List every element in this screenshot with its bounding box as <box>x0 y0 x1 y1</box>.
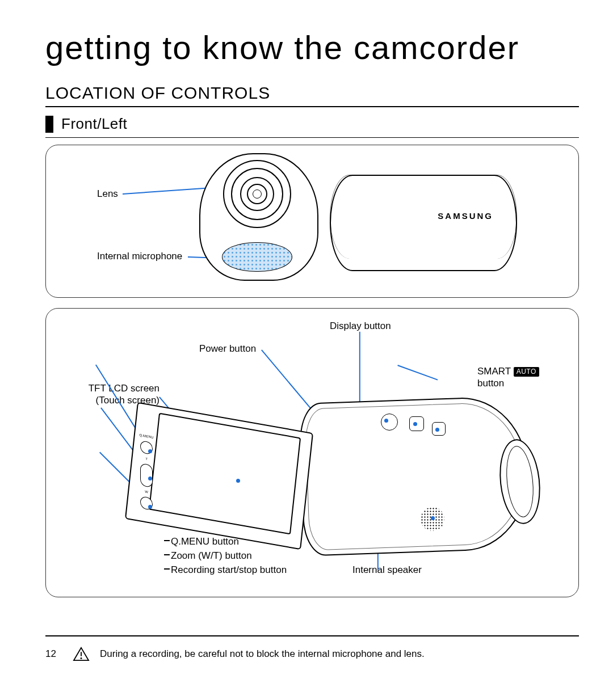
zoom-button-icon <box>140 463 153 488</box>
diagram-panel-left: Display button Power button SMART AUTO b… <box>45 308 579 597</box>
label-lens: Lens <box>97 188 118 200</box>
callout-marker <box>431 516 435 520</box>
diagram-panel-front: Lens Internal microphone SAMSUNG <box>45 145 579 298</box>
leader-line <box>397 365 438 380</box>
label-smart-auto-button: SMART AUTO button <box>477 365 539 390</box>
callout-marker <box>236 479 240 483</box>
auto-badge-icon: AUTO <box>514 367 539 377</box>
subsection-label: Front/Left <box>61 115 127 133</box>
camcorder-front-illustration: SAMSUNG <box>216 158 534 282</box>
power-button-icon <box>381 414 398 431</box>
callout-marker <box>148 505 152 509</box>
svg-point-2 <box>81 657 82 659</box>
subsection-marker <box>45 116 53 133</box>
callout-marker <box>148 449 152 453</box>
warning-icon <box>73 647 90 661</box>
footnote-row: 12 During a recording, be careful not to… <box>45 647 579 661</box>
label-internal-mic: Internal microphone <box>97 250 182 262</box>
subsection-row: Front/Left <box>45 115 579 138</box>
section-heading: LOCATION OF CONTROLS <box>45 83 579 107</box>
footer-divider <box>45 635 579 636</box>
chapter-title: getting to know the camcorder <box>45 28 613 66</box>
callout-marker <box>384 419 388 423</box>
callout-marker <box>148 476 152 480</box>
footnote-text: During a recording, be careful not to bl… <box>100 648 425 660</box>
camcorder-left-illustration: Q.MENU T W <box>114 388 545 575</box>
page-number: 12 <box>45 648 62 660</box>
microphone-grille-icon <box>222 242 292 272</box>
callout-marker <box>435 428 439 432</box>
label-display-button: Display button <box>330 320 391 332</box>
brand-logo: SAMSUNG <box>438 211 493 221</box>
callout-marker <box>413 422 417 426</box>
lens-icon <box>223 160 291 228</box>
label-power-button: Power button <box>199 343 256 355</box>
